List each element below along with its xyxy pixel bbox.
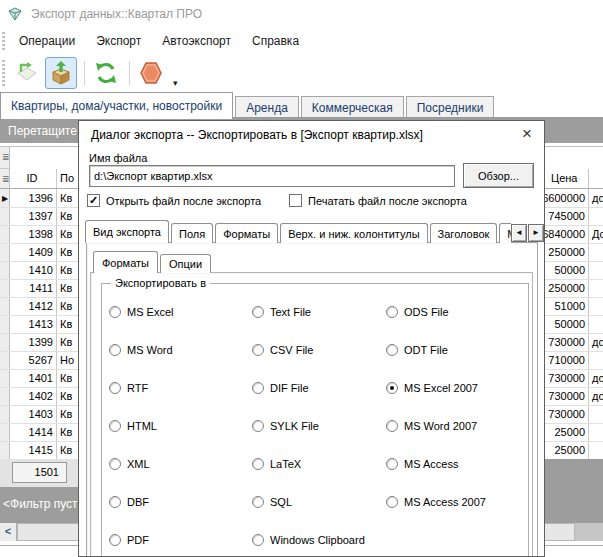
export-box-button[interactable] <box>45 57 77 89</box>
export-package-button[interactable] <box>11 57 43 89</box>
window-titlebar: Экспорт данных::Квартал ПРО <box>0 0 603 28</box>
radio-latex[interactable]: LaTeX <box>252 458 386 470</box>
tab-rent[interactable]: Аренда <box>235 96 299 118</box>
file-name-input[interactable] <box>89 165 455 187</box>
export-dialog: Диалог экспорта -- Экспортировать в [Экс… <box>78 120 545 557</box>
format-row: MS Excel Text File ODS File <box>109 293 521 331</box>
radio-ms-word-2007[interactable]: MS Word 2007 <box>386 420 521 432</box>
open-after-label[interactable]: Открыть файл после экспорта <box>106 195 261 207</box>
new-row-editor[interactable]: 1501 <box>12 462 67 483</box>
radio-odt-file[interactable]: ODT File <box>386 344 521 356</box>
app-icon <box>7 6 23 22</box>
radio-icon <box>109 382 121 394</box>
toolbar: ▾ <box>0 54 603 92</box>
radio-icon <box>252 420 264 432</box>
radio-icon <box>386 344 398 356</box>
radio-icon <box>252 382 264 394</box>
radio-csv-file[interactable]: CSV File <box>252 344 386 356</box>
radio-windows-clipboard[interactable]: Windows Clipboard <box>252 534 386 546</box>
browse-button[interactable]: Обзор... <box>463 163 534 188</box>
radio-html[interactable]: HTML <box>109 420 252 432</box>
dialog-title: Диалог экспорта -- Экспортировать в [Экс… <box>91 128 423 142</box>
radio-dif-file[interactable]: DIF File <box>252 382 386 394</box>
format-row: DBF SQL MS Access 2007 <box>109 483 521 521</box>
tab-apartments[interactable]: Квартиры, дома/участки, новостройки <box>0 92 233 118</box>
toolbar-separator <box>129 61 130 85</box>
radio-selected-icon <box>386 382 398 394</box>
radio-icon <box>386 496 398 508</box>
radio-icon <box>252 458 264 470</box>
main-tab-strip: Квартиры, дома/участки, новостройки Арен… <box>0 92 603 118</box>
print-after-checkbox[interactable] <box>289 194 302 207</box>
column-header-price[interactable]: Цена <box>551 172 577 184</box>
menu-export[interactable]: Экспорт <box>88 31 149 51</box>
menu-bar: Операции Экспорт Автоэкспорт Справка <box>0 28 603 54</box>
tab-header-footer[interactable]: Верх. и ниж. колонтитулы <box>280 223 427 243</box>
toolbar-separator <box>84 61 85 85</box>
radio-pdf[interactable]: PDF <box>109 534 252 546</box>
radio-icon <box>252 496 264 508</box>
window-title: Экспорт данных::Квартал ПРО <box>31 7 202 21</box>
inner-tab-formats[interactable]: Форматы <box>93 251 158 273</box>
export-box-icon <box>48 60 74 86</box>
tab-export-type[interactable]: Вид экспорта <box>85 220 169 243</box>
radio-icon <box>109 534 121 546</box>
export-to-group-label: Экспортировать в <box>111 277 210 289</box>
column-header-object[interactable]: По <box>60 172 74 184</box>
radio-ms-access[interactable]: MS Access <box>386 458 521 470</box>
radio-ms-access-2007[interactable]: MS Access 2007 <box>386 496 521 508</box>
radio-icon <box>252 306 264 318</box>
menu-operations[interactable]: Операции <box>11 31 83 51</box>
radio-sql[interactable]: SQL <box>252 496 386 508</box>
radio-ms-word[interactable]: MS Word <box>109 344 252 356</box>
tab-fields[interactable]: Поля <box>171 223 213 243</box>
stop-hexagon-icon <box>138 60 164 86</box>
radio-ods-file[interactable]: ODS File <box>386 306 521 318</box>
radio-icon <box>252 344 264 356</box>
radio-icon <box>109 420 121 432</box>
menu-help[interactable]: Справка <box>244 31 307 51</box>
group-by-hint: Перетащите з <box>8 124 86 138</box>
tab-commercial[interactable]: Коммерческая <box>301 96 404 118</box>
open-after-checkbox[interactable]: ✓ <box>87 194 100 207</box>
radio-icon <box>386 420 398 432</box>
column-header-id[interactable]: ID <box>10 172 54 184</box>
print-after-label[interactable]: Печатать файл после экспорта <box>308 195 467 207</box>
radio-ms-excel[interactable]: MS Excel <box>109 306 252 318</box>
tab-agents[interactable]: Посредники <box>406 96 495 118</box>
refresh-button[interactable] <box>90 57 122 89</box>
menubar-grip[interactable] <box>2 32 5 50</box>
filter-status-text[interactable]: <Фильтр пуст <box>3 497 78 511</box>
format-row: RTF DIF File MS Excel 2007 <box>109 369 521 407</box>
toolbar-grip[interactable] <box>2 60 5 87</box>
grid-menu-icon[interactable]: ≣ <box>2 153 10 162</box>
tab-scroll-left-icon[interactable]: ◄ <box>511 224 527 242</box>
scrollbar-left-arrow[interactable]: < <box>0 523 17 541</box>
format-row: HTML SYLK File MS Word 2007 <box>109 407 521 445</box>
new-row-band: 1501 <box>0 459 78 487</box>
stop-button[interactable] <box>135 57 167 89</box>
tab-formats[interactable]: Форматы <box>215 223 278 243</box>
close-icon[interactable]: × <box>522 124 532 144</box>
radio-sylk-file[interactable]: SYLK File <box>252 420 386 432</box>
toolbar-dropdown-icon[interactable]: ▾ <box>173 78 178 88</box>
tab-scroll-right-icon[interactable]: ► <box>528 224 544 242</box>
radio-rtf[interactable]: RTF <box>109 382 252 394</box>
refresh-icon <box>93 60 119 86</box>
export-package-icon <box>14 60 40 86</box>
tab-title[interactable]: Заголовок <box>430 223 498 243</box>
radio-xml[interactable]: XML <box>109 458 252 470</box>
radio-icon <box>109 306 121 318</box>
radio-icon <box>386 458 398 470</box>
menu-autoexport[interactable]: Автоэкспорт <box>154 31 239 51</box>
radio-text-file[interactable]: Text File <box>252 306 386 318</box>
radio-icon <box>386 306 398 318</box>
current-row-marker-icon: ▶ <box>2 194 8 203</box>
format-row: MS Word CSV File ODT File <box>109 331 521 369</box>
format-row: XML LaTeX MS Access <box>109 445 521 483</box>
tab-ms-excel[interactable]: MS Exc <box>499 223 511 243</box>
radio-ms-excel-2007[interactable]: MS Excel 2007 <box>386 382 521 394</box>
radio-dbf[interactable]: DBF <box>109 496 252 508</box>
file-name-label: Имя файла <box>89 152 147 164</box>
inner-tab-options[interactable]: Опции <box>160 254 211 273</box>
